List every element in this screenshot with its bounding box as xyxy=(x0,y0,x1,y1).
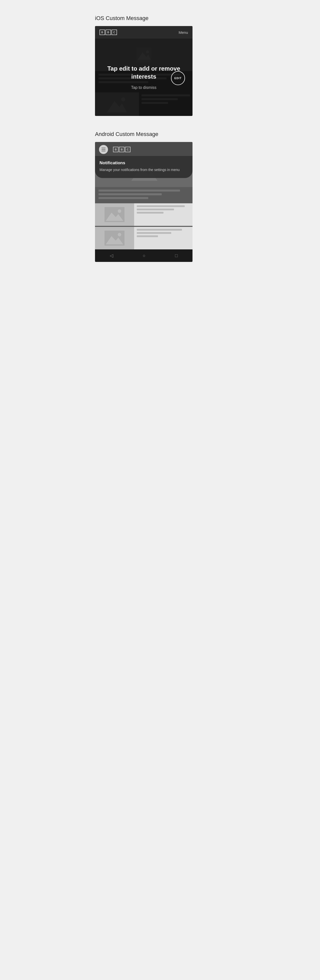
android-line xyxy=(98,193,162,195)
ios-bbc-logo: B B C xyxy=(100,30,117,35)
notification-title: Notifications xyxy=(100,161,188,165)
android-card-line xyxy=(137,232,171,234)
overlay-sub-text: Tap to dismiss xyxy=(131,85,156,90)
svg-point-13 xyxy=(118,233,121,236)
android-recents-icon[interactable]: □ xyxy=(175,253,178,258)
ios-section-title: iOS Custom Message xyxy=(95,15,225,22)
android-card-line xyxy=(137,205,185,207)
ios-mock: B B C Menu xyxy=(95,26,193,116)
ios-overlay[interactable]: EDIT Tap edit to add or remove interests… xyxy=(95,38,193,116)
ios-navbar: B B C Menu xyxy=(95,26,193,38)
hamburger-line xyxy=(101,148,106,148)
android-notification-card: Notifications Manage your notifications … xyxy=(95,156,193,178)
android-card-text-2 xyxy=(134,227,193,250)
edit-button[interactable]: EDIT xyxy=(171,71,185,85)
android-bottom-bar: ◁ ○ □ xyxy=(95,250,193,262)
bbc-box-c: C xyxy=(125,147,130,152)
bbc-box-b1: B xyxy=(100,30,105,35)
ios-menu-label[interactable]: Menu xyxy=(179,30,188,35)
android-section: Android Custom Message B B C Notificatio… xyxy=(95,131,225,262)
page-container: iOS Custom Message B B C Menu xyxy=(95,15,225,262)
android-card-row-1 xyxy=(95,203,193,226)
svg-point-10 xyxy=(118,209,121,213)
android-back-icon[interactable]: ◁ xyxy=(110,253,113,258)
android-lines-section xyxy=(95,187,193,203)
android-card-line xyxy=(137,212,163,213)
android-card-text xyxy=(134,203,193,226)
android-card-image-2 xyxy=(95,227,134,250)
android-card-image xyxy=(95,203,134,226)
bbc-box-c: C xyxy=(111,30,117,35)
ios-section: iOS Custom Message B B C Menu xyxy=(95,15,225,116)
hamburger-line xyxy=(101,149,106,150)
hamburger-button[interactable] xyxy=(99,145,108,154)
android-navbar: B B C xyxy=(95,142,193,157)
android-card-line xyxy=(137,235,158,237)
android-home-icon[interactable]: ○ xyxy=(143,253,146,258)
bbc-box-b2: B xyxy=(106,30,111,35)
ios-content-area: EDIT Tap edit to add or remove interests… xyxy=(95,38,193,116)
bbc-box-b1: B xyxy=(113,147,119,152)
android-bbc-logo: B B C xyxy=(113,147,130,152)
android-card-line xyxy=(137,229,182,231)
notification-body: Manage your notifications from the setti… xyxy=(100,167,188,172)
android-card-line xyxy=(137,208,174,210)
android-section-title: Android Custom Message xyxy=(95,131,225,137)
bbc-box-b2: B xyxy=(119,147,125,152)
android-mock: B B C Notifications Manage your notifica… xyxy=(95,142,193,262)
android-line xyxy=(98,189,180,191)
android-line xyxy=(98,197,148,199)
android-card-row-2 xyxy=(95,227,193,250)
hamburger-line xyxy=(101,151,106,151)
